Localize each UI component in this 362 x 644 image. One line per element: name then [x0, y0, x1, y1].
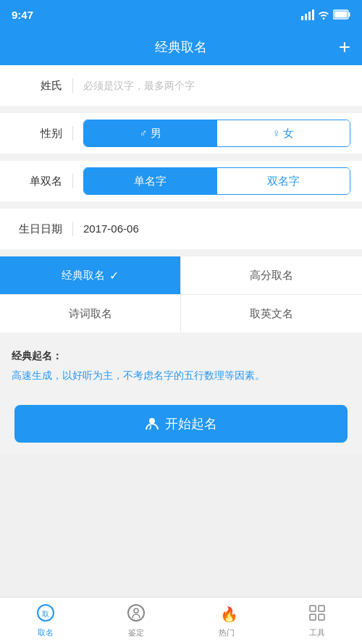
birthday-row: 生日日期 2017-06-06	[0, 209, 362, 249]
description-body: 高速生成，以好听为主，不考虑名字的五行数理等因素。	[12, 367, 350, 383]
birthday-section: 生日日期 2017-06-06	[0, 209, 362, 249]
svg-line-4	[149, 428, 151, 430]
start-button-section: 开始起名	[0, 393, 362, 454]
name-type-label: 单双名	[12, 175, 62, 188]
highscore-naming-label: 高分取名	[250, 269, 293, 283]
surname-row: 姓氏 必须是汉字，最多两个字	[0, 65, 362, 106]
description-section: 经典起名： 高速生成，以好听为主，不考虑名字的五行数理等因素。	[0, 340, 362, 393]
wifi-icon	[317, 9, 330, 20]
single-name-button[interactable]: 单名字	[84, 168, 217, 194]
birthday-label: 生日日期	[12, 222, 62, 236]
start-naming-label: 开始起名	[165, 415, 217, 432]
start-naming-button[interactable]: 开始起名	[14, 405, 348, 443]
gender-toggle-group: ♂ 男 ♀ 女	[83, 120, 350, 147]
tab-naming[interactable]: 取 取名	[0, 598, 90, 644]
header-title: 经典取名	[155, 38, 207, 56]
naming-method-grid: 经典取名 ✓ 高分取名	[0, 256, 362, 295]
surname-section: 姓氏 必须是汉字，最多两个字	[0, 65, 362, 106]
gender-row: 性别 ♂ 男 ♀ 女	[0, 113, 362, 154]
signal-icon	[301, 9, 314, 20]
birthday-value-area[interactable]: 2017-06-06	[83, 222, 350, 235]
separator	[72, 222, 73, 236]
check-icon: ✓	[109, 269, 119, 283]
svg-text:🔥: 🔥	[220, 606, 236, 622]
gender-male-button[interactable]: ♂ 男	[84, 120, 217, 146]
status-icons	[301, 9, 350, 20]
name-type-section: 单双名 单名字 双名字	[0, 161, 362, 201]
gender-female-label: ♀ 女	[272, 127, 294, 141]
appraise-tab-icon	[127, 603, 146, 625]
hot-tab-label: 热门	[219, 627, 235, 638]
svg-text:取: 取	[42, 610, 49, 618]
tab-appraise[interactable]: 鉴定	[90, 598, 181, 644]
svg-point-9	[134, 609, 138, 613]
add-button[interactable]: +	[339, 37, 350, 57]
battery-icon	[333, 9, 350, 20]
naming-method-grid-2: 诗词取名 取英文名	[0, 295, 362, 333]
poetry-naming-label: 诗词取名	[69, 307, 112, 321]
separator	[72, 174, 73, 188]
tools-tab-label: 工具	[309, 627, 325, 638]
svg-rect-11	[310, 606, 316, 611]
surname-label: 姓氏	[12, 79, 62, 93]
single-name-label: 单名字	[134, 175, 167, 188]
separator	[72, 78, 73, 93]
svg-rect-2	[334, 12, 348, 18]
naming-method-section: 经典取名 ✓ 高分取名 诗词取名 取英文名	[0, 256, 362, 333]
naming-tab-icon: 取	[36, 603, 55, 625]
person-icon	[145, 417, 159, 431]
svg-rect-12	[319, 606, 324, 611]
double-name-button[interactable]: 双名字	[217, 168, 350, 194]
name-type-row: 单双名 单名字 双名字	[0, 161, 362, 201]
tools-tab-icon	[308, 603, 327, 625]
surname-input-area[interactable]: 必须是汉字，最多两个字	[83, 79, 350, 93]
description-title: 经典起名：	[12, 350, 350, 363]
status-time: 9:47	[12, 9, 33, 21]
name-type-toggle-group: 单名字 双名字	[83, 167, 350, 195]
poetry-naming-button[interactable]: 诗词取名	[0, 295, 181, 333]
birthday-value: 2017-06-06	[83, 222, 139, 235]
app-header: 经典取名 +	[0, 29, 362, 65]
tab-bar: 取 取名 鉴定 🔥 热门	[0, 597, 362, 644]
english-naming-button[interactable]: 取英文名	[181, 295, 362, 333]
classic-naming-label: 经典取名	[62, 269, 105, 283]
surname-placeholder: 必须是汉字，最多两个字	[83, 80, 195, 91]
tab-hot[interactable]: 🔥 热门	[181, 598, 272, 644]
tab-tools[interactable]: 工具	[272, 598, 362, 644]
double-name-label: 双名字	[267, 175, 300, 188]
appraise-tab-label: 鉴定	[128, 627, 144, 638]
highscore-naming-button[interactable]: 高分取名	[181, 256, 362, 294]
naming-tab-label: 取名	[38, 627, 54, 638]
gender-section: 性别 ♂ 男 ♀ 女	[0, 113, 362, 154]
status-bar: 9:47	[0, 0, 362, 29]
gender-female-button[interactable]: ♀ 女	[217, 120, 350, 146]
svg-rect-1	[349, 12, 350, 17]
svg-point-3	[149, 418, 155, 424]
svg-rect-13	[310, 614, 316, 620]
english-naming-label: 取英文名	[250, 307, 293, 321]
hot-tab-icon: 🔥	[217, 603, 236, 625]
separator	[72, 126, 73, 141]
classic-naming-button[interactable]: 经典取名 ✓	[0, 256, 181, 294]
svg-rect-14	[319, 614, 324, 620]
main-content: 姓氏 必须是汉字，最多两个字 性别 ♂ 男 ♀ 女 单双名	[0, 65, 362, 454]
gender-male-label: ♂ 男	[140, 127, 161, 141]
gender-label: 性别	[12, 127, 62, 141]
